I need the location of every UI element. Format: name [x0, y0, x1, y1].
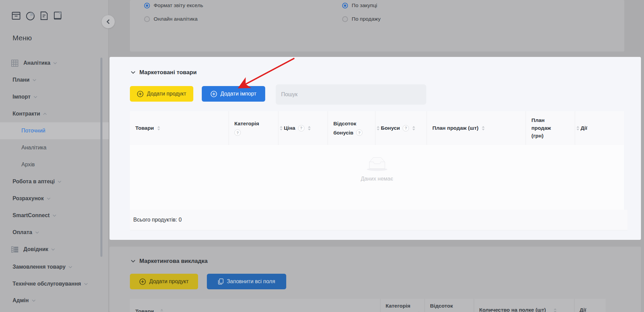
sidebar-item-label: Поточний — [21, 128, 45, 134]
radio-online-analytics[interactable]: Онлайн аналітика — [144, 16, 198, 22]
sort-icon[interactable] — [308, 126, 311, 130]
book-icon[interactable] — [53, 11, 62, 21]
sidebar-item-label: Імпорт — [13, 94, 31, 100]
empty-state-text: Даних немає — [361, 176, 393, 182]
radio-by-sales[interactable]: По продажу — [342, 16, 380, 22]
sidebar-item-label: Адмін — [13, 297, 29, 304]
chevron-down-icon — [53, 214, 56, 217]
sidebar-item-smartconnect[interactable]: SmartConnect — [0, 207, 109, 224]
sort-icon[interactable] — [482, 126, 485, 130]
help-icon[interactable]: ? — [403, 125, 409, 131]
sidebar-item-label: Робота в аптеці — [13, 179, 55, 185]
sort-icon[interactable] — [160, 309, 163, 312]
column-header-percent: Відсоток — [430, 303, 453, 309]
sidebar-item-payment[interactable]: Оплата — [0, 224, 109, 241]
radio-label: Формат звіту ексель — [154, 2, 203, 8]
button-label: Додати продукт — [149, 278, 189, 285]
column-label: Відсоток — [430, 303, 453, 309]
document-icon[interactable] — [40, 11, 48, 21]
sort-icon[interactable] — [554, 308, 557, 312]
radio-unselected-icon[interactable] — [144, 16, 150, 22]
column-header-sales-plan-qty: План продаж (шт) — [427, 111, 535, 145]
column-label: Категорія — [234, 120, 259, 127]
sidebar-item-directory[interactable]: Довідник — [0, 241, 109, 258]
help-icon[interactable]: ? — [356, 129, 363, 136]
sidebar-subitem-archive[interactable]: Архів — [0, 156, 109, 173]
sidebar-item-label: Оплата — [13, 229, 32, 235]
chevron-down-icon — [131, 260, 135, 263]
sidebar-item-label: Довідник — [23, 246, 48, 252]
archive-box-icon[interactable] — [11, 11, 21, 21]
marketed-products-card: Маркетовані товари Додати продукт Додати… — [110, 57, 641, 240]
radio-label: Онлайн аналітика — [154, 16, 198, 22]
sidebar-item-maintenance[interactable]: Технічне обслуговування — [0, 275, 109, 292]
chevron-up-icon — [43, 113, 47, 115]
column-label: (грн) — [531, 132, 551, 139]
chevron-down-icon — [58, 181, 61, 183]
sidebar-item-import[interactable]: Імпорт — [0, 88, 109, 105]
products-total-label: Всього продуктів: 0 — [133, 217, 182, 223]
radio-by-purchase[interactable]: По закупці — [342, 2, 377, 8]
column-header-goods: Товари — [135, 308, 154, 312]
chevron-down-icon — [33, 79, 36, 81]
sidebar-item-calculation[interactable]: Розрахунок — [0, 190, 109, 207]
report-options-panel: Формат звіту ексель Онлайн аналітика По … — [130, 0, 624, 51]
column-label: Товари — [135, 125, 154, 131]
search-input[interactable] — [276, 84, 426, 105]
copy-icon — [218, 278, 223, 285]
chevron-down-icon — [32, 299, 36, 302]
sidebar-scrollbar[interactable] — [100, 58, 102, 257]
sidebar-item-label: Аналітика — [21, 145, 46, 151]
chevron-down-icon — [84, 283, 88, 285]
products-table-body: Даних немає — [130, 145, 624, 210]
column-header-actions: Дії — [580, 307, 586, 312]
button-label: Додати продукт — [147, 91, 186, 97]
chevron-down-icon — [47, 197, 51, 200]
sidebar-subitem-current[interactable]: Поточний — [0, 122, 109, 139]
radio-format-excel[interactable]: Формат звіту ексель — [144, 2, 203, 8]
chevron-down-icon — [35, 231, 39, 234]
add-import-button[interactable]: Додати імпорт — [202, 86, 265, 102]
radio-label: По продажу — [352, 16, 380, 22]
marketed-products-section-header[interactable]: Маркетовані товари — [131, 69, 197, 76]
sidebar-subitem-analytics[interactable]: Аналітика — [0, 139, 109, 156]
pie-chart-icon[interactable] — [25, 11, 35, 21]
column-header-actions: Дії — [575, 111, 634, 145]
column-label: Дії — [580, 307, 586, 312]
marketing-display-section-header[interactable]: Маркетингова викладка — [131, 258, 208, 265]
sidebar-item-label: Архів — [21, 162, 35, 168]
section-title: Маркетовані товари — [139, 69, 197, 76]
help-icon[interactable]: ? — [234, 129, 241, 136]
column-header-category: Категорія — [386, 303, 410, 309]
fill-all-fields-button[interactable]: Заповнити всі поля — [207, 274, 286, 289]
button-label: Заповнити всі поля — [227, 278, 275, 285]
sidebar-item-label: Плани — [13, 77, 30, 83]
radio-selected-icon[interactable] — [342, 3, 348, 8]
chevron-down-icon — [34, 96, 37, 98]
sort-icon[interactable] — [412, 126, 415, 130]
plus-circle-icon — [211, 91, 217, 97]
menu-title: Меню — [13, 34, 32, 42]
add-product-button-bottom[interactable]: Додати продукт — [130, 274, 198, 289]
column-label: продаж — [531, 125, 551, 131]
column-label: Бонуси — [381, 125, 400, 131]
column-label: Количество на полке (шт) — [479, 307, 546, 312]
radio-selected-icon[interactable] — [144, 3, 150, 8]
sidebar-item-admin[interactable]: Адмін — [0, 292, 109, 309]
sidebar-collapse-button[interactable] — [101, 15, 115, 28]
column-label: бонусів — [333, 129, 353, 136]
column-label: План продаж (шт) — [432, 125, 479, 131]
grid-icon — [11, 60, 18, 67]
help-icon[interactable]: ? — [298, 125, 305, 131]
column-label: План — [531, 117, 551, 124]
sidebar-item-plans[interactable]: Плани — [0, 71, 109, 88]
sidebar-item-contracts[interactable]: Контракти — [0, 105, 109, 122]
sidebar-item-analytics[interactable]: Аналітика — [0, 55, 109, 71]
add-product-button[interactable]: Додати продукт — [130, 86, 193, 102]
sidebar-item-label: Замовлення товару — [13, 264, 65, 270]
sidebar-item-pharmacy-work[interactable]: Робота в аптеці — [0, 173, 109, 190]
radio-unselected-icon[interactable] — [342, 16, 348, 22]
sort-icon[interactable] — [157, 126, 160, 130]
sidebar-item-goods-order[interactable]: Замовлення товару — [0, 258, 109, 275]
column-label: Товари — [135, 308, 154, 312]
